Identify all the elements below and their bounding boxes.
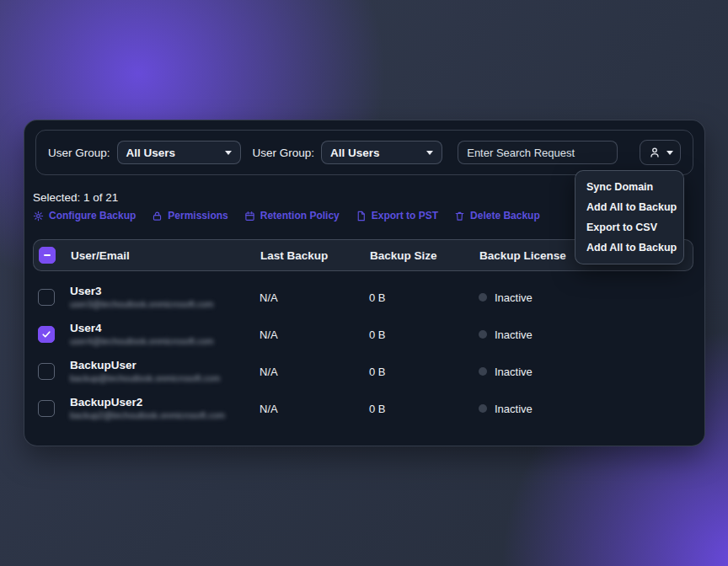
delete-backup-button[interactable]: Delete Backup <box>454 210 540 222</box>
desktop-background: { "toolbar": { "group_label_1": "User Gr… <box>0 0 728 566</box>
file-icon <box>356 211 367 222</box>
user-name: BackupUser <box>70 359 260 373</box>
action-label: Permissions <box>168 210 228 222</box>
menu-item-sync-domain[interactable]: Sync Domain <box>575 177 683 197</box>
row-checkbox[interactable] <box>38 289 55 306</box>
status-dot <box>479 330 487 339</box>
table-row: User4 user4@techoutlook.onmicrosoft.com … <box>38 316 693 353</box>
action-label: Configure Backup <box>49 210 136 222</box>
backup-size-value: 0 B <box>369 403 479 415</box>
table-row: User3 user3@techoutlook.onmicrosoft.com … <box>38 279 693 316</box>
column-header-backup-size: Backup Size <box>370 249 479 262</box>
status-dot <box>479 367 487 376</box>
user-email: backup@techoutlook.onmicrosoft.com <box>70 373 260 385</box>
row-checkbox[interactable] <box>38 326 55 343</box>
backup-size-value: 0 B <box>369 291 479 304</box>
license-status: Inactive <box>495 366 533 378</box>
row-checkbox[interactable] <box>38 400 55 417</box>
column-header-user-email: User/Email <box>71 249 260 262</box>
retention-policy-button[interactable]: Retention Policy <box>244 210 340 222</box>
search-input[interactable] <box>458 142 618 163</box>
table-body: User3 user3@techoutlook.onmicrosoft.com … <box>33 279 693 427</box>
gear-icon <box>33 211 44 222</box>
chevron-down-icon <box>225 151 232 155</box>
table-row: BackupUser backup@techoutlook.onmicrosof… <box>38 353 693 390</box>
user-name: User3 <box>70 285 260 299</box>
chevron-down-icon <box>666 151 673 155</box>
select-all-checkbox[interactable] <box>39 247 56 264</box>
menu-item-export-to-csv[interactable]: Export to CSV <box>575 217 683 238</box>
user-group-select-1[interactable]: All Users <box>117 141 241 164</box>
user-group-label-1: User Group: <box>48 147 110 159</box>
check-icon <box>41 329 51 339</box>
permissions-button[interactable]: Permissions <box>152 210 228 222</box>
license-status: Inactive <box>495 403 533 415</box>
chevron-down-icon <box>426 151 433 155</box>
indeterminate-mark <box>44 254 51 257</box>
action-label: Retention Policy <box>260 210 340 222</box>
last-backup-value: N/A <box>260 328 369 341</box>
column-header-last-backup: Last Backup <box>260 249 370 262</box>
user-name: BackupUser2 <box>70 396 260 410</box>
user-email: user4@techoutlook.onmicrosoft.com <box>70 336 260 348</box>
action-label: Delete Backup <box>470 210 540 222</box>
lock-icon <box>152 211 163 222</box>
table-row: BackupUser2 backup2@techoutlook.onmicros… <box>38 390 693 427</box>
person-icon <box>648 146 661 159</box>
user-name: User4 <box>70 322 260 336</box>
selection-summary: Selected: 1 of 21 <box>33 191 118 204</box>
user-menu-button[interactable] <box>640 140 681 165</box>
last-backup-value: N/A <box>260 366 369 378</box>
last-backup-value: N/A <box>260 291 369 304</box>
user-email: user3@techoutlook.onmicrosoft.com <box>70 299 260 311</box>
backup-size-value: 0 B <box>369 366 479 378</box>
trash-icon <box>454 211 465 222</box>
backup-size-value: 0 B <box>369 328 479 341</box>
configure-backup-button[interactable]: Configure Backup <box>33 210 136 222</box>
status-dot <box>479 293 487 302</box>
menu-item-add-all-to-backup[interactable]: Add All to Backup <box>575 197 683 217</box>
user-group-select-2-value: All Users <box>330 147 380 159</box>
row-checkbox[interactable] <box>38 363 55 380</box>
status-dot <box>479 404 487 413</box>
license-status: Inactive <box>495 291 533 304</box>
search-box <box>458 141 618 164</box>
backup-users-panel: User Group: All Users User Group: All Us… <box>24 120 705 446</box>
menu-item-add-all-to-backup-2[interactable]: Add All to Backup <box>575 238 683 258</box>
filter-toolbar: User Group: All Users User Group: All Us… <box>35 130 693 175</box>
bulk-actions-bar: Configure Backup Permissions Retention P… <box>33 210 540 222</box>
last-backup-value: N/A <box>260 403 369 415</box>
calendar-icon <box>244 211 255 222</box>
export-to-pst-button[interactable]: Export to PST <box>356 210 438 222</box>
user-dropdown-menu: Sync Domain Add All to Backup Export to … <box>575 170 684 264</box>
license-status: Inactive <box>495 328 533 341</box>
user-group-label-2: User Group: <box>252 147 314 159</box>
user-group-select-2[interactable]: All Users <box>321 141 442 164</box>
action-label: Export to PST <box>372 210 438 222</box>
user-group-select-1-value: All Users <box>126 147 176 159</box>
user-email: backup2@techoutlook.onmicrosoft.com <box>70 410 260 422</box>
